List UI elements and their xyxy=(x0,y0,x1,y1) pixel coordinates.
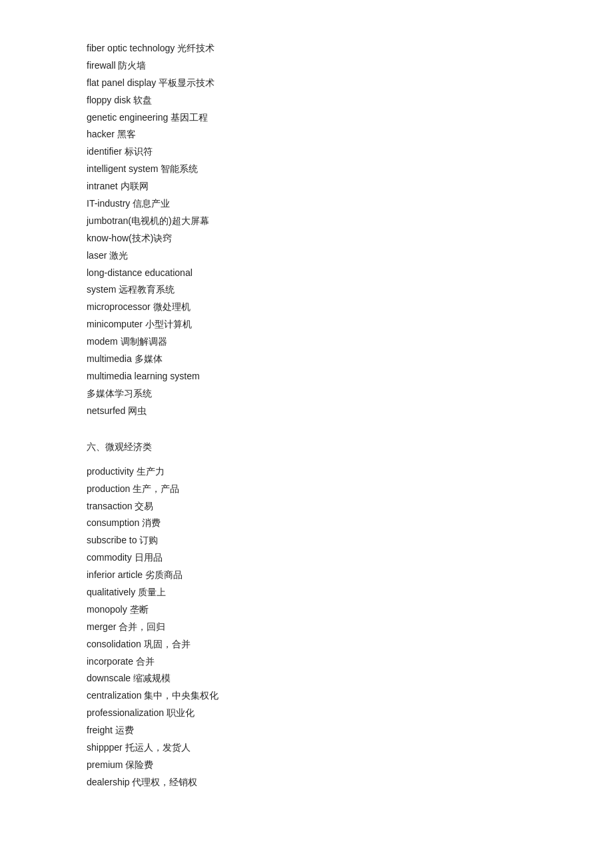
entry-hacker: hacker 黑客 xyxy=(87,126,526,143)
entry-intranet: intranet 内联网 xyxy=(87,178,526,195)
entry-fiber-optic: fiber optic technology 光纤技术 xyxy=(87,40,526,57)
entry-downscale: downscale 缩减规模 xyxy=(87,670,526,687)
economics-entries-container: productivity 生产力production 生产，产品transact… xyxy=(87,463,526,791)
entry-long-distance: long-distance educational xyxy=(87,265,526,282)
entry-identifier: identifier 标识符 xyxy=(87,143,526,161)
entry-netsurfed: netsurfed 网虫 xyxy=(87,403,526,420)
entry-microprocessor: microprocessor 微处理机 xyxy=(87,299,526,316)
entry-subscribe-to: subscribe to 订购 xyxy=(87,532,526,549)
entry-multimedia-learning-cn: 多媒体学习系统 xyxy=(87,385,526,403)
entry-monopoly: monopoly 垄断 xyxy=(87,601,526,619)
tech-entries-container: fiber optic technology 光纤技术firewall 防火墙f… xyxy=(87,40,526,420)
entry-flat-panel: flat panel display 平板显示技术 xyxy=(87,75,526,92)
entry-multimedia: multimedia 多媒体 xyxy=(87,351,526,368)
entry-intelligent-system: intelligent system 智能系统 xyxy=(87,161,526,178)
entry-qualitatively: qualitatively 质量上 xyxy=(87,584,526,601)
entry-incorporate: incorporate 合并 xyxy=(87,653,526,671)
entry-laser: laser 激光 xyxy=(87,247,526,265)
entry-premium: premium 保险费 xyxy=(87,757,526,774)
entry-firewall: firewall 防火墙 xyxy=(87,57,526,75)
entry-consumption: consumption 消费 xyxy=(87,515,526,532)
entry-dealership: dealership 代理权，经销权 xyxy=(87,774,526,791)
entry-jumbotran: jumbotran(电视机的)超大屏幕 xyxy=(87,213,526,230)
entry-consolidation: consolidation 巩固，合并 xyxy=(87,636,526,653)
entry-productivity: productivity 生产力 xyxy=(87,463,526,481)
entry-merger: merger 合并，回归 xyxy=(87,619,526,636)
entry-professionalization: professionalization 职业化 xyxy=(87,705,526,722)
entry-modem: modem 调制解调器 xyxy=(87,333,526,351)
entry-inferior-article: inferior article 劣质商品 xyxy=(87,567,526,584)
entry-long-distance-2: system 远程教育系统 xyxy=(87,281,526,299)
entry-centralization: centralization 集中，中央集权化 xyxy=(87,687,526,705)
entry-minicomputer: minicomputer 小型计算机 xyxy=(87,316,526,333)
entry-floppy-disk: floppy disk 软盘 xyxy=(87,92,526,109)
entry-production: production 生产，产品 xyxy=(87,481,526,498)
entry-it-industry: IT-industry 信息产业 xyxy=(87,195,526,213)
entry-transaction: transaction 交易 xyxy=(87,498,526,515)
entry-know-how: know-how(技术)诀窍 xyxy=(87,230,526,247)
entry-shippper: shippper 托运人，发货人 xyxy=(87,739,526,757)
entry-commodity: commodity 日用品 xyxy=(87,549,526,567)
entry-genetic-engineering: genetic engineering 基因工程 xyxy=(87,109,526,127)
entry-multimedia-learning: multimedia learning system xyxy=(87,368,526,385)
section-title: 六、微观经济类 xyxy=(87,439,526,455)
entry-freight: freight 运费 xyxy=(87,722,526,739)
